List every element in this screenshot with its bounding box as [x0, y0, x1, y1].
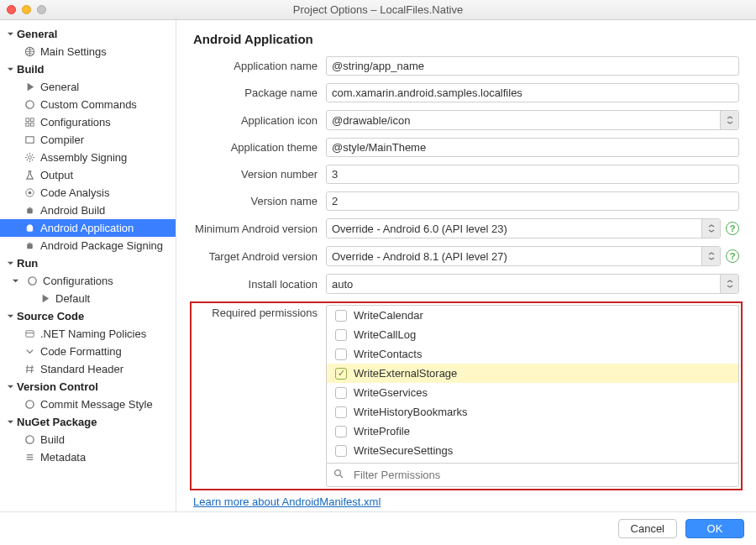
sidebar-item[interactable]: Configurations: [0, 113, 176, 131]
install-location-select[interactable]: [326, 274, 739, 294]
sidebar-item[interactable]: Android Application: [0, 219, 176, 237]
application-icon-input[interactable]: [327, 112, 720, 129]
sidebar-item-label: Standard Header: [40, 363, 123, 375]
cancel-button[interactable]: Cancel: [618, 519, 677, 538]
label-app-theme: Application theme: [193, 141, 326, 154]
sidebar-item-label: Android Build: [40, 204, 105, 217]
sidebar-item-label: General: [40, 81, 79, 93]
permissions-list[interactable]: WriteCalendarWriteCallLogWriteContacts✓W…: [326, 305, 739, 463]
sidebar-item-label: .NET Naming Policies: [40, 328, 146, 340]
sidebar-item[interactable]: Configurations: [0, 272, 176, 290]
permission-item[interactable]: WriteProfile: [327, 422, 738, 441]
grid-icon: [24, 117, 35, 128]
application-icon-field[interactable]: [326, 110, 739, 130]
minimum-android-version-dropdown-button[interactable]: [701, 219, 720, 238]
ring-icon: [24, 399, 35, 411]
sidebar-item[interactable]: Commit Message Style: [0, 396, 176, 413]
learn-more-link[interactable]: Learn more about AndroidManifest.xml: [193, 495, 381, 508]
application-icon-dropdown-button[interactable]: [720, 111, 738, 129]
sidebar-item-label: Configurations: [43, 275, 113, 287]
sidebar-item[interactable]: .NET Naming Policies: [0, 325, 176, 343]
svg-rect-20: [25, 331, 33, 337]
sidebar-group[interactable]: Version Control: [0, 378, 176, 396]
sidebar-group[interactable]: Source Code: [0, 307, 176, 325]
ring-icon: [24, 434, 35, 446]
version-number-field[interactable]: [326, 165, 739, 184]
help-icon[interactable]: ?: [726, 222, 739, 235]
permission-item[interactable]: WriteSecureSettings: [327, 441, 738, 460]
sidebar-item[interactable]: Metadata: [0, 448, 176, 466]
sidebar-item[interactable]: General: [0, 78, 176, 96]
dialog-footer: Cancel OK: [0, 511, 756, 545]
svg-point-18: [30, 243, 31, 244]
permission-checkbox[interactable]: [335, 329, 347, 341]
sidebar-item-label: Code Analysis: [40, 186, 109, 199]
application-theme-field[interactable]: [326, 138, 739, 157]
permission-checkbox[interactable]: [335, 406, 347, 418]
permission-checkbox[interactable]: [335, 445, 347, 457]
target-icon: [24, 187, 35, 199]
sidebar-item[interactable]: Assembly Signing: [0, 149, 176, 166]
package-name-field[interactable]: [326, 83, 739, 102]
ok-button[interactable]: OK: [685, 519, 744, 538]
permission-item[interactable]: ✓WriteExternalStorage: [327, 364, 738, 383]
permission-item[interactable]: WriteContacts: [327, 344, 738, 364]
sidebar-item[interactable]: Code Analysis: [0, 184, 176, 202]
permission-item[interactable]: WriteCalendar: [327, 306, 738, 325]
sidebar-group[interactable]: Build: [0, 60, 176, 78]
sidebar-item-label: Main Settings: [40, 45, 107, 58]
sidebar-item[interactable]: Android Build: [0, 202, 176, 219]
permission-item[interactable]: WriteHistoryBookmarks: [327, 402, 738, 422]
permission-checkbox[interactable]: [335, 348, 347, 360]
label-target-sdk: Target Android version: [193, 250, 326, 263]
sidebar-item[interactable]: Build: [0, 431, 176, 448]
sidebar-group[interactable]: NuGet Package: [0, 413, 176, 431]
label-app-name: Application name: [193, 60, 326, 72]
permission-checkbox[interactable]: ✓: [335, 368, 347, 380]
sidebar-item[interactable]: Output: [0, 166, 176, 184]
install-location-dropdown-button[interactable]: [720, 275, 738, 293]
sidebar-item[interactable]: Custom Commands: [0, 96, 176, 113]
target-android-version-select[interactable]: [326, 246, 721, 266]
permission-checkbox[interactable]: [335, 387, 347, 399]
sidebar-item[interactable]: Default: [0, 290, 176, 307]
svg-point-17: [28, 243, 29, 244]
page-heading: Android Application: [193, 32, 739, 46]
chevron-down-icon: [7, 312, 15, 321]
target-android-version-dropdown-button[interactable]: [701, 247, 720, 265]
label-app-icon: Application icon: [193, 114, 326, 127]
sidebar-item[interactable]: Main Settings: [0, 43, 176, 60]
permissions-filter-input[interactable]: [349, 466, 732, 484]
android-icon: [24, 240, 35, 252]
svg-point-14: [28, 225, 29, 226]
chevron-icon: [24, 346, 35, 358]
ring-icon: [26, 275, 38, 287]
permission-checkbox[interactable]: [335, 426, 347, 438]
permissions-filter[interactable]: [326, 463, 739, 487]
sidebar-group-label: NuGet Package: [17, 416, 97, 428]
sidebar-group[interactable]: General: [0, 25, 176, 43]
sidebar-group[interactable]: Run: [0, 254, 176, 272]
target-android-version-input[interactable]: [327, 248, 701, 265]
permission-checkbox[interactable]: [335, 310, 347, 322]
permission-item[interactable]: WriteCallLog: [327, 325, 738, 344]
install-location-input[interactable]: [327, 275, 720, 293]
globe-icon: [24, 46, 35, 58]
sidebar-item[interactable]: Compiler: [0, 131, 176, 149]
sidebar-item-label: Compiler: [40, 134, 84, 146]
permission-item[interactable]: WriteGservices: [327, 383, 738, 402]
sidebar-item[interactable]: Android Package Signing: [0, 237, 176, 254]
application-name-field[interactable]: [326, 56, 739, 76]
minimum-android-version-input[interactable]: [327, 220, 701, 238]
sidebar-item-label: Custom Commands: [40, 98, 137, 111]
hash-icon: [24, 364, 35, 375]
svg-rect-3: [30, 118, 34, 122]
help-icon[interactable]: ?: [726, 249, 739, 263]
svg-point-15: [30, 225, 31, 226]
sidebar-item[interactable]: Standard Header: [0, 360, 176, 378]
svg-point-7: [28, 156, 31, 160]
sidebar-item[interactable]: Code Formatting: [0, 343, 176, 360]
minimum-android-version-select[interactable]: [326, 218, 721, 238]
version-name-field[interactable]: [326, 191, 739, 211]
gear-icon: [24, 152, 35, 164]
